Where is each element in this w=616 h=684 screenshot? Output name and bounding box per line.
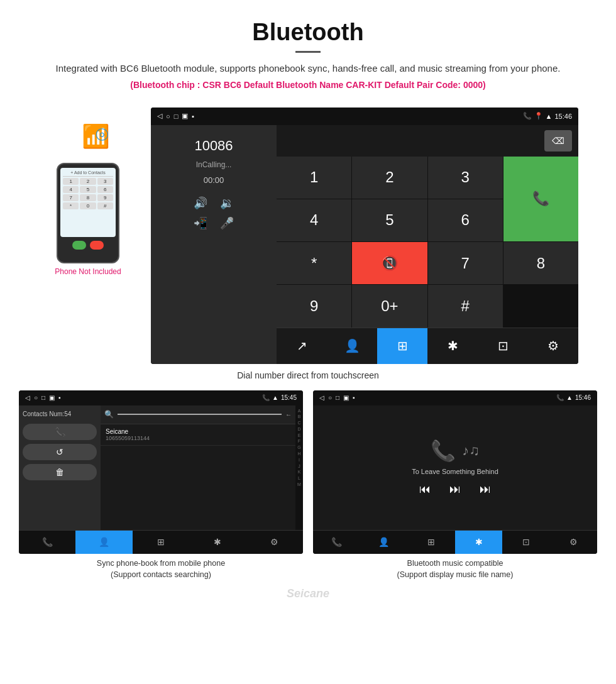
android-dialer-screen: ◁ ○ □ ▣ ▪ 📞 📍 ▲ 15:46 10086 InCalling...… bbox=[151, 108, 578, 364]
c-phone-icon: 📞 bbox=[262, 394, 270, 401]
header-description: Integrated with BC6 Bluetooth module, su… bbox=[13, 62, 603, 76]
music-body-wrap: 📞 ♪♫ To Leave Something Behind ⏮ ⏭ ⏭ 📞 👤… bbox=[313, 405, 597, 554]
contacts-bottom-bar: 📞 👤 ⊞ ✱ ⚙ bbox=[19, 530, 303, 554]
volume-down-icon[interactable]: 🔉 bbox=[220, 196, 234, 210]
refresh-action-btn[interactable]: ↺ bbox=[23, 444, 97, 460]
cbb-bluetooth[interactable]: ✱ bbox=[189, 531, 246, 554]
key-7[interactable]: 7 bbox=[428, 242, 503, 284]
status-right: 📞 📍 ▲ 15:46 bbox=[523, 112, 572, 120]
contacts-status-left: ◁ ○ □ ▣ ▪ bbox=[25, 394, 61, 401]
key-8[interactable]: 8 bbox=[503, 242, 578, 284]
backspace-button[interactable]: ⌫ bbox=[544, 130, 572, 152]
key-star[interactable]: * bbox=[277, 242, 351, 284]
key-6[interactable]: 6 bbox=[428, 199, 503, 241]
location-icon: 📍 bbox=[534, 112, 543, 120]
dbb-settings[interactable]: ⚙ bbox=[528, 328, 578, 364]
music-controls-row: ⏮ ⏭ ⏭ bbox=[419, 483, 491, 496]
seicane-watermark: Seicane bbox=[0, 587, 616, 600]
m-back-icon: ◁ bbox=[319, 394, 324, 401]
volume-up-icon[interactable]: 🔊 bbox=[194, 196, 207, 210]
mbb-apps[interactable]: ⊡ bbox=[502, 531, 549, 554]
cbb-settings[interactable]: ⚙ bbox=[246, 531, 303, 554]
mbb-call[interactable]: 📞 bbox=[313, 531, 360, 554]
key-0plus[interactable]: 0+ bbox=[352, 285, 427, 327]
m-square-icon: □ bbox=[336, 394, 339, 401]
transfer-icon[interactable]: 📲 bbox=[194, 216, 207, 230]
mbb-contacts[interactable]: 👤 bbox=[360, 531, 407, 554]
key-2[interactable]: 2 bbox=[352, 157, 427, 199]
play-pause-button[interactable]: ⏭ bbox=[449, 483, 461, 496]
key-4[interactable]: 4 bbox=[277, 199, 351, 241]
music-song-name: To Leave Something Behind bbox=[412, 468, 498, 475]
contacts-screen: ◁ ○ □ ▣ ▪ 📞 ▲ 15:45 Contacts Num:54 📞 bbox=[19, 390, 303, 554]
c-home-icon: ○ bbox=[34, 394, 38, 401]
dbb-apps[interactable]: ⊡ bbox=[478, 328, 528, 364]
contacts-status-right: 📞 ▲ 15:45 bbox=[262, 394, 297, 401]
music-time: 15:46 bbox=[575, 394, 591, 401]
header-divider bbox=[295, 51, 321, 53]
delete-action-btn[interactable]: 🗑 bbox=[23, 464, 97, 480]
dbb-transfer[interactable]: ↗ bbox=[277, 328, 327, 364]
cbb-call[interactable]: 📞 bbox=[19, 531, 75, 554]
dialer-right-panel: ⌫ 1 2 3 📞 4 5 6 * 📵 7 8 9 0+ # bbox=[277, 125, 578, 364]
dialer-bottom-bar: ↗ 👤 ⊞ ✱ ⊡ ⚙ bbox=[277, 328, 578, 364]
music-screen: ◁ ○ □ ▣ ▪ 📞 ▲ 15:46 📞 ♪♫ bbox=[313, 390, 597, 554]
music-status-right: 📞 ▲ 15:46 bbox=[556, 394, 591, 401]
back-icon: ◁ bbox=[157, 112, 162, 120]
key-1[interactable]: 1 bbox=[277, 157, 351, 199]
mic-icon[interactable]: 🎤 bbox=[220, 216, 234, 230]
m-wifi-icon: ▲ bbox=[566, 394, 573, 401]
prev-track-button[interactable]: ⏮ bbox=[419, 483, 431, 496]
key-3[interactable]: 3 bbox=[428, 157, 503, 199]
mbb-bluetooth-active[interactable]: ✱ bbox=[455, 531, 502, 554]
dbb-bluetooth[interactable]: ✱ bbox=[427, 328, 478, 364]
dial-caption: Dial number direct from touchscreen bbox=[0, 370, 616, 380]
battery-icon: ▪ bbox=[192, 113, 194, 120]
search-icon: 🔍 bbox=[104, 410, 114, 419]
contacts-caption: Sync phone-book from mobile phone (Suppo… bbox=[97, 558, 225, 582]
bt-waves-icon: ⦾ bbox=[96, 125, 106, 145]
contacts-status-bar: ◁ ○ □ ▣ ▪ 📞 ▲ 15:45 bbox=[19, 390, 303, 405]
m-battery-icon: ▪ bbox=[353, 394, 355, 401]
dbb-keypad[interactable]: ⊞ bbox=[377, 328, 427, 364]
phone-status-icon: 📞 bbox=[523, 112, 532, 120]
bottom-screens: ◁ ○ □ ▣ ▪ 📞 ▲ 15:45 Contacts Num:54 📞 bbox=[0, 380, 616, 582]
end-button[interactable]: 📵 bbox=[352, 242, 427, 284]
dialer-time: 15:46 bbox=[554, 113, 572, 120]
phone-screen-label: + Add to Contacts bbox=[63, 170, 113, 177]
cbb-contacts-active[interactable]: 👤 bbox=[75, 531, 132, 554]
dial-number: 10086 bbox=[194, 138, 233, 154]
square-icon: □ bbox=[174, 113, 179, 120]
key-5[interactable]: 5 bbox=[352, 199, 427, 241]
search-back-icon: ← bbox=[285, 411, 292, 418]
contact-list-item[interactable]: Seicane 10655059113144 bbox=[101, 424, 295, 446]
page-header: Bluetooth Integrated with BC6 Bluetooth … bbox=[0, 0, 616, 96]
phone-not-included-label: Phone Not Included bbox=[55, 267, 121, 276]
circle-icon: ○ bbox=[166, 113, 170, 120]
music-screen-wrap: ◁ ○ □ ▣ ▪ 📞 ▲ 15:46 📞 ♪♫ bbox=[313, 390, 597, 582]
phone-call-buttons bbox=[72, 241, 104, 250]
next-track-button[interactable]: ⏭ bbox=[480, 483, 491, 496]
music-body: 📞 ♪♫ To Leave Something Behind ⏮ ⏭ ⏭ bbox=[313, 405, 597, 530]
contacts-search-row: 🔍 ← bbox=[101, 405, 295, 424]
dial-keypad-grid: 1 2 3 📞 4 5 6 * 📵 7 8 9 0+ # bbox=[277, 157, 578, 328]
key-hash[interactable]: # bbox=[428, 285, 503, 327]
key-9[interactable]: 9 bbox=[277, 285, 351, 327]
mbb-keypad[interactable]: ⊞ bbox=[408, 531, 455, 554]
cbb-keypad[interactable]: ⊞ bbox=[133, 531, 189, 554]
call-button[interactable]: 📞 bbox=[503, 157, 578, 242]
mbb-settings[interactable]: ⚙ bbox=[550, 531, 597, 554]
phone-green-btn bbox=[72, 241, 86, 250]
contacts-right-panel: 🔍 ← Seicane 10655059113144 bbox=[101, 405, 295, 530]
dbb-contacts[interactable]: 👤 bbox=[327, 328, 377, 364]
c-back-icon: ◁ bbox=[25, 394, 30, 401]
contacts-body: Contacts Num:54 📞 ↺ 🗑 🔍 ← Seicane bbox=[19, 405, 303, 530]
phone-call-music-icon: 📞 bbox=[431, 439, 456, 463]
m-signal-icon: ▣ bbox=[343, 394, 349, 401]
call-action-btn[interactable]: 📞 bbox=[23, 424, 97, 440]
music-icon-area: 📞 ♪♫ bbox=[431, 439, 480, 463]
c-signal-icon: ▣ bbox=[49, 394, 55, 401]
bluetooth-icon-wrap: 📶 ⦾ bbox=[63, 120, 113, 158]
music-bottom-bar: 📞 👤 ⊞ ✱ ⊡ ⚙ bbox=[313, 530, 597, 554]
bluetooth-specs: (Bluetooth chip : CSR BC6 Default Blueto… bbox=[13, 80, 603, 90]
